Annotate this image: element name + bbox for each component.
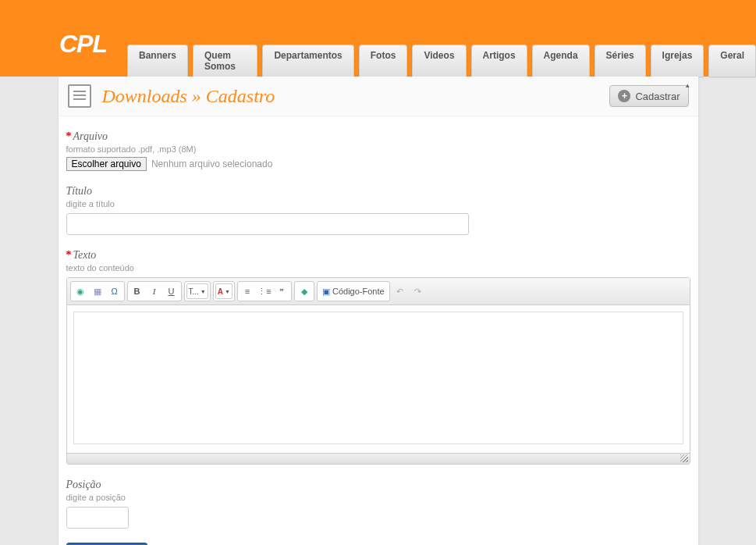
main-panel: Downloads » Cadastro + Cadastrar *Arquiv… [59,77,698,545]
posicao-hint: digite a posição [66,493,690,502]
arquivo-hint: formato suportado .pdf, .mp3 (8M) [66,144,690,154]
editor-toolbar: ◉ ▦ Ω B I U T...▼ A▼ [67,278,690,305]
nav-tab-departamentos[interactable]: Departamentos [262,45,353,77]
titulo-hint: digite a título [66,199,690,208]
table-icon[interactable]: ▦ [90,283,105,299]
file-row: Escolher arquivo Nenhum arquivo selecion… [66,157,690,171]
redo-button[interactable]: ↷ [410,283,426,299]
logo: CPL [59,30,107,59]
texto-hint: texto do conteúdo [66,263,690,272]
image-icon[interactable]: ◉ [73,283,88,299]
editor-footer [67,453,690,464]
arquivo-label: *Arquivo [66,130,690,143]
rich-text-editor: ◉ ▦ Ω B I U T...▼ A▼ [66,277,690,465]
file-status: Nenhum arquivo selecionado [151,159,272,169]
bold-button[interactable]: B [130,283,145,299]
header-bar: CPL Banners Quem Somos Departamentos Fot… [0,0,756,77]
field-texto: *Texto texto do conteúdo ◉ ▦ Ω B I U T. [66,249,690,465]
nav-tab-series[interactable]: Séries [595,45,646,77]
nav-tab-igrejas[interactable]: Igrejas [651,45,705,77]
plus-icon: + [618,90,630,102]
field-posicao: Posição digite a posição [66,479,690,529]
titulo-input[interactable] [66,213,469,235]
nav-tab-geral[interactable]: Geral [708,45,756,77]
resize-grip[interactable] [680,454,688,462]
required-mark: * [66,249,72,261]
required-mark: * [66,130,72,142]
nav-tab-videos[interactable]: Videos [412,45,466,77]
bullet-list-button[interactable]: ⋮≡ [257,283,272,299]
numbered-list-button[interactable]: ≡ [240,283,255,299]
posicao-input[interactable] [66,507,129,529]
posicao-label: Posição [66,479,690,491]
nav-tab-quem-somos[interactable]: Quem Somos [193,45,257,77]
texto-textarea[interactable] [73,312,683,444]
special-char-icon[interactable]: Ω [107,283,122,299]
undo-button[interactable]: ↶ [392,283,408,299]
texto-label: *Texto [66,249,690,262]
blockquote-button[interactable]: ” [274,283,289,299]
source-button[interactable]: ▣Código-Fonte [319,283,388,299]
nav-tab-agenda[interactable]: Agenda [532,45,590,77]
font-size-select[interactable]: T...▼ [186,283,208,299]
format-icon[interactable]: ◆ [296,283,312,299]
nav-tab-banners[interactable]: Banners [127,45,188,77]
toolbar-collapse-icon[interactable]: ▴ [686,81,694,89]
text-color-select[interactable]: A▼ [215,283,232,299]
nav-tabs: Banners Quem Somos Departamentos Fotos V… [127,45,756,77]
cadastrar-header-label: Cadastrar [635,91,680,102]
field-titulo: Título digite a título [66,185,690,235]
field-arquivo: *Arquivo formato suportado .pdf, .mp3 (8… [66,130,690,171]
cadastrar-header-button[interactable]: + Cadastrar [609,85,688,107]
form-body: *Arquivo formato suportado .pdf, .mp3 (8… [59,116,698,545]
nav-tab-fotos[interactable]: Fotos [359,45,408,77]
titulo-label: Título [66,185,690,198]
nav-tab-artigos[interactable]: Artigos [471,45,527,77]
underline-button[interactable]: U [164,283,179,299]
document-icon [68,84,91,108]
page-title: Downloads » Cadastro [102,86,275,107]
italic-button[interactable]: I [147,283,162,299]
title-row: Downloads » Cadastro + Cadastrar [59,77,698,116]
choose-file-button[interactable]: Escolher arquivo [66,157,147,171]
